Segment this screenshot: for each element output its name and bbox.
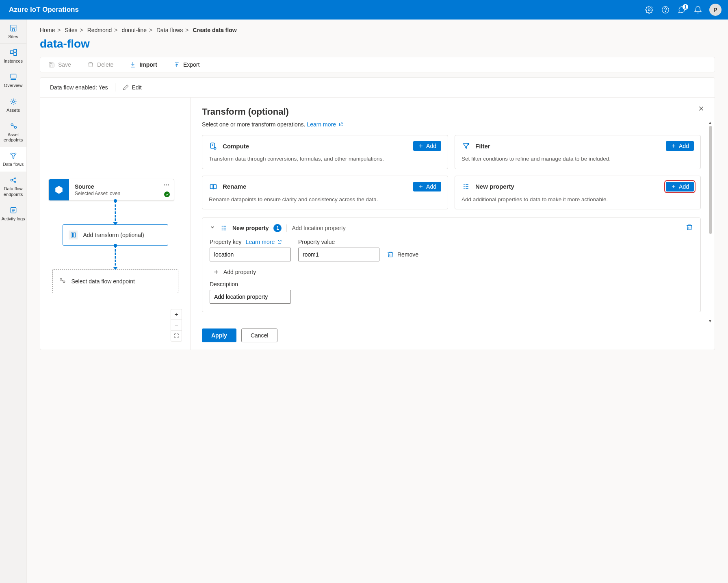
- asset-endpoints-icon: [9, 122, 18, 131]
- svg-point-2: [665, 11, 666, 12]
- toolbar: Save Delete Import Export: [40, 57, 715, 72]
- filter-add-button[interactable]: Add: [666, 141, 694, 151]
- scroll-down-icon[interactable]: ▼: [708, 319, 712, 323]
- compute-add-button[interactable]: Add: [413, 141, 441, 151]
- export-button[interactable]: Export: [173, 61, 199, 68]
- notifications-icon[interactable]: [690, 2, 706, 18]
- feedback-icon[interactable]: 1: [674, 2, 690, 18]
- learn-more-key-link[interactable]: Learn more: [246, 239, 282, 245]
- description-field: Description: [210, 281, 693, 304]
- description-input[interactable]: [210, 290, 291, 304]
- compute-card: Compute Add Transform data through conve…: [202, 135, 448, 169]
- svg-point-10: [14, 126, 16, 128]
- panel-actions: Apply Cancel: [202, 328, 703, 342]
- newprop-add-button[interactable]: Add: [666, 182, 694, 191]
- remove-property-button[interactable]: Remove: [387, 248, 418, 261]
- apply-button[interactable]: Apply: [202, 328, 236, 342]
- transform-label: Add transform (optional): [83, 232, 144, 238]
- svg-rect-5: [13, 50, 16, 52]
- rename-icon: [209, 182, 218, 191]
- dataflow-header: Data flow enabled: Yes Edit: [40, 78, 715, 98]
- breadcrumb-sites[interactable]: Sites: [65, 27, 77, 33]
- breadcrumb-dataflows[interactable]: Data flows: [156, 27, 183, 33]
- section-desc: Add location property: [292, 225, 345, 231]
- svg-point-15: [14, 178, 15, 179]
- filter-title: Filter: [475, 143, 490, 150]
- sidebar-item-asset-endpoints[interactable]: Asset endpoints: [0, 117, 26, 147]
- filter-desc: Set filter conditions to refine and mana…: [462, 155, 694, 163]
- scrollbar-thumb[interactable]: [709, 126, 712, 234]
- operation-cards: Compute Add Transform data through conve…: [202, 135, 701, 209]
- compute-desc: Transform data through conversions, form…: [209, 155, 441, 163]
- sidebar-item-assets[interactable]: Assets: [0, 93, 26, 117]
- property-row: Property key Learn more Property value: [210, 239, 693, 261]
- panel-title: Transform (optional): [202, 107, 703, 117]
- sidebar-item-instances[interactable]: Instances: [0, 44, 26, 68]
- edit-button[interactable]: Edit: [123, 84, 141, 91]
- more-icon[interactable]: ···: [164, 182, 170, 188]
- property-key-input[interactable]: [210, 248, 291, 261]
- sidebar-label: Data flows: [3, 162, 24, 167]
- source-sub: Selected Asset: oven: [75, 191, 168, 196]
- avatar[interactable]: P: [709, 4, 722, 16]
- sidebar-label: Data flow endpoints: [1, 186, 26, 197]
- source-title: Source: [75, 183, 168, 190]
- endpoint-node[interactable]: Select data flow endpoint: [52, 269, 178, 293]
- dataflow-endpoints-icon: [9, 176, 18, 185]
- assets-icon: [9, 97, 18, 106]
- settings-icon[interactable]: [641, 2, 657, 18]
- sites-icon: [9, 24, 18, 33]
- zoom-out-button[interactable]: −: [171, 320, 182, 331]
- source-node[interactable]: Source Selected Asset: oven ···: [48, 179, 174, 201]
- rename-title: Rename: [223, 183, 246, 190]
- import-button[interactable]: Import: [130, 61, 157, 68]
- zoom-in-button[interactable]: +: [171, 309, 182, 320]
- connector: [115, 246, 116, 269]
- add-property-button[interactable]: Add property: [213, 269, 256, 275]
- import-label: Import: [139, 61, 157, 68]
- sidebar-item-activity-logs[interactable]: Activity logs: [0, 202, 26, 226]
- main-content: Home> Sites> Redmond> donut-line> Data f…: [27, 20, 728, 583]
- help-icon[interactable]: [657, 2, 674, 18]
- svg-point-12: [15, 153, 16, 154]
- chevron-down-icon[interactable]: [210, 224, 215, 231]
- svg-point-13: [13, 157, 14, 158]
- newprop-desc: Add additional properties to data to mak…: [462, 196, 694, 204]
- learn-more-link[interactable]: Learn more: [307, 121, 343, 128]
- newprop-card: New property Add Add additional properti…: [455, 176, 701, 210]
- section-title: New property: [232, 225, 269, 231]
- sidebar-item-sites[interactable]: Sites: [0, 20, 26, 44]
- breadcrumb-donutline[interactable]: donut-line: [121, 27, 147, 33]
- delete-section-button[interactable]: [686, 224, 693, 232]
- sidebar-label: Assets: [6, 108, 20, 113]
- filter-card: Filter Add Set filter conditions to refi…: [455, 135, 701, 169]
- panel-scrollbar[interactable]: ▲ ▼: [708, 122, 712, 321]
- feedback-badge: 1: [682, 4, 688, 10]
- breadcrumb-home[interactable]: Home: [40, 27, 55, 33]
- close-icon[interactable]: [698, 105, 705, 113]
- newprop-icon: [462, 182, 470, 191]
- top-bar: Azure IoT Operations 1 P: [0, 0, 728, 20]
- transform-node[interactable]: Add transform (optional): [63, 224, 168, 246]
- property-key-field: Property key Learn more: [210, 239, 291, 261]
- sidebar-item-overview[interactable]: Overview: [0, 68, 26, 93]
- rename-card: Rename Add Rename datapoints to ensure c…: [202, 176, 448, 210]
- svg-point-11: [11, 153, 12, 154]
- save-label: Save: [58, 61, 71, 68]
- sidebar-label: Asset endpoints: [1, 132, 26, 143]
- property-value-input[interactable]: [298, 248, 379, 261]
- sidebar-item-dataflows[interactable]: Data flows: [0, 147, 26, 172]
- scroll-up-icon[interactable]: ▲: [708, 120, 712, 124]
- cancel-button[interactable]: Cancel: [241, 328, 278, 342]
- sidebar-label: Instances: [4, 59, 23, 64]
- svg-rect-19: [74, 233, 75, 237]
- rename-desc: Rename datapoints to ensure clarity and …: [209, 196, 441, 204]
- dataflows-icon: [9, 151, 18, 160]
- rename-add-button[interactable]: Add: [413, 182, 441, 191]
- transform-panel: Transform (optional) Select one or more …: [191, 98, 715, 350]
- instances-icon: [9, 48, 18, 57]
- zoom-fit-button[interactable]: ⛶: [171, 331, 182, 341]
- breadcrumb-redmond[interactable]: Redmond: [87, 27, 112, 33]
- breadcrumb: Home> Sites> Redmond> donut-line> Data f…: [40, 27, 715, 33]
- sidebar-item-dataflow-endpoints[interactable]: Data flow endpoints: [0, 172, 26, 201]
